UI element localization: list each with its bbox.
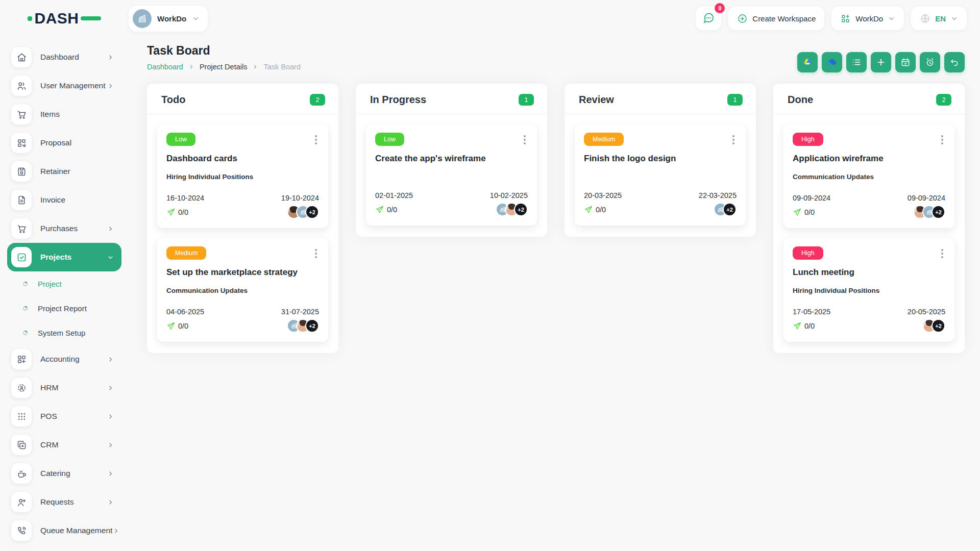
card-menu-button[interactable] bbox=[939, 133, 945, 147]
app-logo[interactable]: DASH bbox=[28, 10, 101, 27]
card-menu-button[interactable] bbox=[939, 246, 945, 261]
app-switcher-button[interactable]: WorkDo bbox=[831, 7, 904, 30]
home-icon bbox=[11, 47, 32, 67]
google-drive-icon bbox=[802, 57, 813, 67]
sidebar-item-label: CRM bbox=[40, 440, 107, 449]
chevron-right-icon bbox=[107, 413, 114, 420]
sidebar-item-hrm[interactable]: HRM bbox=[7, 373, 121, 402]
card-menu-button[interactable] bbox=[730, 133, 737, 147]
sidebar-item-retainer[interactable]: Retainer bbox=[7, 157, 121, 186]
send-icon bbox=[793, 208, 802, 217]
create-workspace-button[interactable]: Create Workspace bbox=[728, 7, 824, 30]
language-code: EN bbox=[935, 14, 946, 23]
qr-icon bbox=[11, 133, 32, 153]
save-icon bbox=[11, 161, 32, 182]
chat-icon bbox=[702, 12, 715, 26]
logo-dash-icon bbox=[81, 16, 101, 20]
task-start-date: 02-01-2025 bbox=[375, 191, 413, 199]
sidebar-item-crm[interactable]: CRM bbox=[7, 431, 121, 459]
column-count-badge: 2 bbox=[310, 94, 325, 106]
chevron-right-icon bbox=[107, 384, 114, 392]
sidebar-item-label: Proposal bbox=[40, 138, 114, 147]
priority-badge: Low bbox=[166, 133, 195, 146]
avatar-more-count[interactable]: +2 bbox=[932, 205, 945, 219]
cart-icon bbox=[11, 104, 32, 124]
sidebar-item-label: Projects bbox=[40, 253, 107, 262]
calendar-button[interactable] bbox=[895, 52, 916, 72]
task-milestone: Hiring Individual Positions bbox=[793, 287, 945, 294]
messages-button[interactable]: 0 bbox=[696, 7, 721, 30]
sidebar-nav: Dashboard User Management Items Proposal… bbox=[0, 37, 129, 551]
avatar-more-count[interactable]: +2 bbox=[723, 203, 737, 216]
sidebar-item-dashboard[interactable]: Dashboard bbox=[7, 43, 121, 71]
language-selector[interactable]: EN bbox=[911, 7, 967, 30]
sidebar-subitem-project[interactable]: Project bbox=[7, 271, 129, 296]
status-ring-icon bbox=[21, 305, 29, 312]
sidebar-item-proposal[interactable]: Proposal bbox=[7, 129, 121, 157]
sidebar-subitem-label: Project Report bbox=[38, 304, 87, 313]
task-title: Set up the marketplace strategy bbox=[166, 267, 319, 278]
list-icon bbox=[851, 57, 862, 67]
sidebar-item-items[interactable]: Items bbox=[7, 100, 121, 129]
onedrive-button[interactable] bbox=[822, 52, 842, 72]
sidebar-item-label: Items bbox=[40, 110, 114, 119]
sidebar-item-pos[interactable]: POS bbox=[7, 402, 121, 431]
task-card[interactable]: Medium Finish the logo design 20-03-2025… bbox=[575, 124, 746, 226]
add-task-button[interactable] bbox=[871, 52, 891, 72]
priority-badge: Medium bbox=[166, 246, 206, 260]
chevron-down-icon bbox=[950, 15, 958, 22]
list-view-button[interactable] bbox=[846, 52, 867, 72]
task-title: Create the app's wireframe bbox=[375, 154, 528, 164]
sidebar-subitem-project-report[interactable]: Project Report bbox=[7, 296, 129, 320]
sidebar-item-label: Invoice bbox=[40, 195, 114, 205]
sidebar-item-purchases[interactable]: Purchases bbox=[7, 214, 121, 243]
task-progress: 0/0 bbox=[584, 205, 606, 214]
avatar-more-count[interactable]: +2 bbox=[305, 205, 319, 219]
task-card[interactable]: Medium Set up the marketplace strategy C… bbox=[157, 238, 328, 342]
card-menu-button[interactable] bbox=[522, 133, 528, 147]
card-menu-button[interactable] bbox=[313, 133, 319, 147]
google-drive-button[interactable] bbox=[797, 52, 818, 72]
avatar-more-count[interactable]: +2 bbox=[932, 319, 945, 333]
chevron-right-icon bbox=[188, 64, 194, 70]
timer-button[interactable] bbox=[920, 52, 940, 72]
calendar-icon bbox=[900, 57, 911, 67]
send-icon bbox=[375, 205, 384, 214]
task-end-date: 22-03-2025 bbox=[699, 191, 737, 199]
kanban-board: Todo 2 Low Dashboard cards Hiring Indivi… bbox=[147, 84, 965, 353]
top-bar: DASH WorkDo 0 Create Workspace WorkDo EN bbox=[0, 0, 980, 37]
card-menu-button[interactable] bbox=[313, 246, 319, 261]
sidebar-subitem-system-setup[interactable]: System Setup bbox=[7, 320, 129, 345]
task-card[interactable]: High Application wireframe Communication… bbox=[783, 124, 954, 228]
chevron-down-icon bbox=[107, 254, 114, 261]
task-card[interactable]: Low Dashboard cards Hiring Individual Po… bbox=[157, 124, 328, 228]
task-card[interactable]: Low Create the app's wireframe 02-01-202… bbox=[366, 124, 537, 226]
sidebar-item-invoice[interactable]: Invoice bbox=[7, 186, 121, 214]
sidebar-item-user-management[interactable]: User Management bbox=[7, 71, 121, 100]
chevron-down-icon bbox=[192, 15, 200, 22]
task-title: Finish the logo design bbox=[584, 154, 737, 164]
logo-area: DASH bbox=[0, 10, 129, 27]
sidebar-item-catering[interactable]: Catering bbox=[7, 459, 121, 488]
plus-circle-icon bbox=[737, 13, 748, 24]
sidebar-item-accounting[interactable]: Accounting bbox=[7, 345, 121, 373]
sidebar-item-requests[interactable]: Requests bbox=[7, 488, 121, 516]
task-end-date: 19-10-2024 bbox=[281, 194, 319, 202]
invoice-icon bbox=[11, 190, 32, 210]
avatar-more-count[interactable]: +2 bbox=[514, 203, 528, 216]
chevron-down-icon bbox=[888, 15, 895, 22]
breadcrumb-dashboard[interactable]: Dashboard bbox=[147, 63, 183, 71]
status-ring-icon bbox=[21, 329, 29, 337]
task-card[interactable]: High Lunch meeting Hiring Individual Pos… bbox=[783, 238, 954, 342]
workspace-selector[interactable]: WorkDo bbox=[129, 6, 208, 32]
avatar-more-count[interactable]: +2 bbox=[305, 319, 319, 333]
task-milestone: Hiring Individual Positions bbox=[166, 173, 319, 181]
assignee-avatars: +2 bbox=[913, 205, 945, 219]
sidebar-item-queue-management[interactable]: Queue Management bbox=[7, 516, 121, 545]
back-button[interactable] bbox=[944, 52, 965, 72]
assignee-avatars: +2 bbox=[922, 319, 945, 333]
breadcrumb-project-details[interactable]: Project Details bbox=[200, 63, 247, 71]
sidebar-item-projects[interactable]: Projects bbox=[7, 243, 121, 271]
task-progress: 0/0 bbox=[166, 208, 188, 217]
sidebar-subitem-label: Project bbox=[38, 280, 62, 288]
